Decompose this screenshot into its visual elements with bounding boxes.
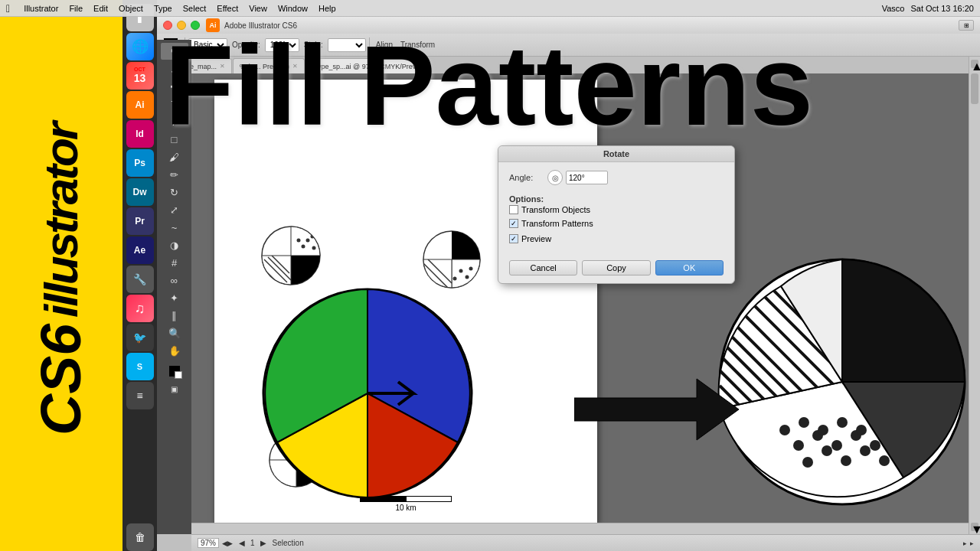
angle-input[interactable]	[566, 171, 608, 184]
align-label: Align	[373, 37, 396, 54]
tool-column[interactable]: ∥	[161, 307, 188, 324]
horizontal-scrollbar[interactable]	[191, 523, 969, 534]
dock-icon-generic2[interactable]: 🐦	[126, 324, 154, 351]
tool-screen-mode[interactable]: ▣	[161, 380, 188, 397]
scroll-thumb[interactable]	[971, 73, 978, 104]
svg-point-24	[459, 269, 463, 273]
svg-point-45	[818, 425, 828, 435]
menu-object[interactable]: Object	[119, 4, 143, 13]
dock-icon-generic3[interactable]: ≡	[126, 382, 154, 409]
svg-point-42	[870, 440, 880, 451]
tool-pen[interactable]: ✒	[161, 78, 188, 95]
dock-icon-ai[interactable]: Ai	[126, 91, 154, 119]
transform-patterns-row: ✓ Transform Patterns	[509, 219, 724, 228]
minimize-button[interactable]	[177, 21, 186, 30]
bw-pie-chart	[716, 256, 969, 508]
apple-menu[interactable]: 	[6, 2, 10, 15]
menu-edit[interactable]: Edit	[93, 4, 108, 13]
tool-gradient[interactable]: ◑	[161, 236, 188, 253]
tool-line[interactable]: /	[161, 113, 188, 130]
options-label: Options:	[509, 194, 544, 204]
dock-icon-dw[interactable]: Dw	[126, 178, 154, 206]
tool-symbol[interactable]: ✦	[161, 289, 188, 306]
status-mode: Selection	[273, 539, 304, 547]
tool-pencil[interactable]: ✏	[161, 166, 188, 183]
canvas-area[interactable]: 10 km	[191, 57, 980, 534]
tab-2-close[interactable]: ✕	[292, 63, 298, 70]
menu-file[interactable]: File	[69, 4, 83, 13]
dock-icon-generic1[interactable]: 🔧	[126, 266, 154, 293]
tool-warp[interactable]: ~	[161, 219, 188, 236]
svg-point-35	[841, 455, 851, 466]
maximize-button[interactable]	[191, 21, 200, 30]
titlebar-controls: ⊞	[959, 20, 974, 31]
tool-direct-select[interactable]: ↗	[161, 60, 188, 77]
tool-rect[interactable]: □	[161, 131, 188, 148]
preview-checkbox[interactable]: ✓	[509, 234, 518, 243]
rotate-dialog: Rotate Angle: ◎ Options: Transform Objec…	[498, 145, 735, 284]
artboard-pie-topright	[421, 229, 482, 290]
ok-button[interactable]: OK	[655, 260, 724, 276]
artboard-pie-topleft	[260, 225, 322, 286]
svg-point-5	[312, 246, 316, 250]
opacity-select[interactable]: 100%	[265, 38, 299, 52]
tool-hand[interactable]: ✋	[161, 342, 188, 359]
status-info2[interactable]: ▸	[970, 540, 974, 547]
tool-mesh[interactable]: #	[161, 254, 188, 271]
dock-icon-trash[interactable]: 🗑	[126, 523, 154, 551]
scroll-up-arrow[interactable]: ▲	[971, 60, 978, 68]
dock-icon-ps[interactable]: Ps	[126, 149, 154, 177]
copy-button[interactable]: Copy	[582, 260, 650, 276]
tab-2[interactable]: % (C... Preview) ✕	[233, 58, 305, 73]
zoom-control: 97% ◀▶ ◀ 1 ▶	[198, 538, 266, 548]
svg-point-34	[822, 445, 832, 456]
dock-icon-ae[interactable]: Ae	[126, 236, 154, 264]
status-info[interactable]: ▸	[963, 540, 967, 547]
app-dock: ⬆ 🌐 OCT 13 Ai Id Ps Dw Pr Ae 🔧 ♫ 🐦 S ≡ 🗑	[122, 0, 157, 551]
opacity-label: Opacity:	[229, 37, 263, 54]
scroll-down-arrow[interactable]: ▼	[971, 523, 978, 531]
dock-icon-pr[interactable]: Pr	[126, 207, 154, 235]
zoom-value[interactable]: 97%	[198, 538, 219, 548]
vertical-scrollbar[interactable]: ▲ ▼	[969, 57, 980, 534]
style-select[interactable]: Basic	[188, 38, 227, 52]
tool-blend[interactable]: ∞	[161, 272, 188, 289]
transform-patterns-checkbox[interactable]: ✓	[509, 219, 518, 228]
page-forward[interactable]: ▶	[260, 539, 266, 547]
tool-zoom[interactable]: 🔍	[161, 324, 188, 341]
window-titlebar: Ai Adobe Illustrator CS6 ⊞	[157, 17, 980, 34]
menu-illustrator[interactable]: Illustrator	[24, 4, 58, 13]
style2-select[interactable]	[328, 38, 366, 52]
tool-scale[interactable]: ⤢	[161, 201, 188, 218]
dock-icon-skype[interactable]: S	[126, 353, 154, 380]
tools-panel: ↖ ↗ ✒ T / □ 🖌 ✏ ↻ ⤢ ~ ◑ # ∞ ✦ ∥ 🔍 ✋ ▣	[157, 40, 191, 534]
dock-icon-music[interactable]: ♫	[126, 295, 154, 322]
tool-type[interactable]: T	[161, 96, 188, 112]
menu-view[interactable]: View	[249, 4, 267, 13]
status-right: ▸ ▸	[963, 540, 974, 547]
close-button[interactable]	[163, 21, 172, 30]
dock-icon-calendar[interactable]: OCT 13	[126, 62, 154, 90]
view-options-btn[interactable]: ⊞	[959, 20, 974, 31]
zoom-arrows[interactable]: ◀▶	[222, 540, 233, 547]
tab-1-close[interactable]: ✕	[220, 63, 225, 70]
cancel-button[interactable]: Cancel	[509, 260, 577, 276]
svg-point-44	[799, 417, 809, 428]
transform-patterns-label: Transform Patterns	[521, 219, 593, 228]
dock-icon-id[interactable]: Id	[126, 120, 154, 148]
transform-objects-checkbox[interactable]	[509, 205, 518, 214]
tool-color-fill[interactable]	[161, 363, 188, 380]
svg-point-40	[831, 440, 842, 451]
page-indicator: ◀	[239, 539, 245, 547]
tool-paintbrush[interactable]: 🖌	[161, 148, 188, 165]
menu-help[interactable]: Help	[318, 4, 336, 13]
tab-3[interactable]: ctype_sp...ai @ 97% (CMYK/Preview) ✕	[305, 58, 428, 73]
menu-type[interactable]: Type	[154, 4, 172, 13]
tool-rotate[interactable]: ↻	[161, 184, 188, 201]
tool-select[interactable]: ↖	[161, 43, 188, 60]
menu-effect[interactable]: Effect	[217, 4, 238, 13]
svg-point-1	[297, 239, 301, 243]
menu-window[interactable]: Window	[278, 4, 308, 13]
menu-select[interactable]: Select	[183, 4, 207, 13]
dock-icon-safari[interactable]: 🌐	[126, 33, 154, 60]
